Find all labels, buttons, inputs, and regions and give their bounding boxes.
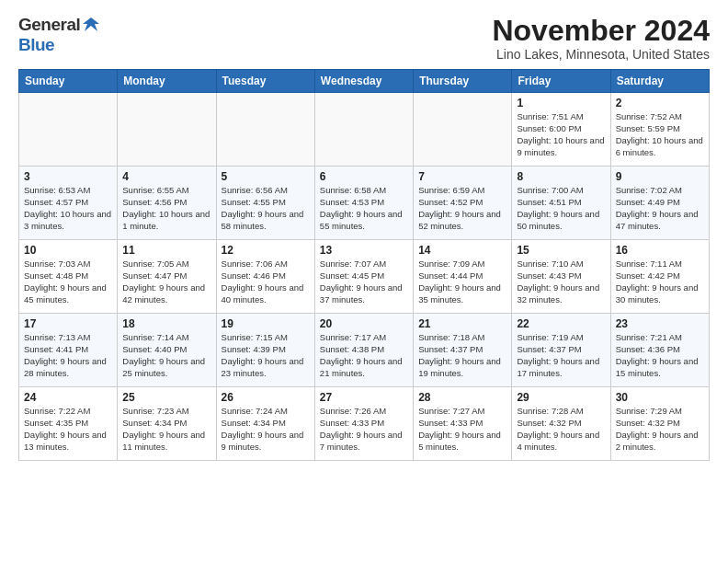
calendar-cell: 30Sunrise: 7:29 AM Sunset: 4:32 PM Dayli… xyxy=(610,387,709,461)
day-number: 18 xyxy=(122,317,210,330)
day-info: Sunrise: 7:22 AM Sunset: 4:35 PM Dayligh… xyxy=(24,406,112,453)
calendar-cell: 20Sunrise: 7:17 AM Sunset: 4:38 PM Dayli… xyxy=(314,314,413,387)
day-number: 22 xyxy=(517,317,605,330)
day-info: Sunrise: 7:09 AM Sunset: 4:44 PM Dayligh… xyxy=(418,259,506,305)
day-number: 6 xyxy=(320,170,408,183)
day-number: 29 xyxy=(517,391,605,404)
calendar-week-row: 17Sunrise: 7:13 AM Sunset: 4:41 PM Dayli… xyxy=(19,314,710,387)
calendar-cell: 7Sunrise: 6:59 AM Sunset: 4:52 PM Daylig… xyxy=(414,167,512,240)
day-info: Sunrise: 6:56 AM Sunset: 4:55 PM Dayligh… xyxy=(222,185,310,232)
calendar-cell: 24Sunrise: 7:22 AM Sunset: 4:35 PM Dayli… xyxy=(19,387,118,461)
calendar-cell: 21Sunrise: 7:18 AM Sunset: 4:37 PM Dayli… xyxy=(414,314,512,387)
calendar-week-row: 10Sunrise: 7:03 AM Sunset: 4:48 PM Dayli… xyxy=(19,240,710,314)
day-number: 14 xyxy=(418,244,506,257)
logo-blue-text: Blue xyxy=(18,35,54,54)
calendar-cell: 17Sunrise: 7:13 AM Sunset: 4:41 PM Dayli… xyxy=(19,314,118,387)
calendar-cell xyxy=(414,93,512,167)
calendar-cell: 18Sunrise: 7:14 AM Sunset: 4:40 PM Dayli… xyxy=(118,314,216,387)
calendar-week-row: 1Sunrise: 7:51 AM Sunset: 6:00 PM Daylig… xyxy=(19,93,710,167)
day-info: Sunrise: 7:18 AM Sunset: 4:37 PM Dayligh… xyxy=(418,332,506,379)
day-number: 11 xyxy=(122,244,210,257)
header: General Blue November 2024 Lino Lakes, M… xyxy=(18,15,710,62)
day-info: Sunrise: 7:23 AM Sunset: 4:34 PM Dayligh… xyxy=(122,406,210,453)
calendar-cell xyxy=(118,93,216,167)
month-title: November 2024 xyxy=(492,15,710,47)
day-info: Sunrise: 7:52 AM Sunset: 5:59 PM Dayligh… xyxy=(616,111,704,158)
day-number: 16 xyxy=(616,244,704,257)
calendar-cell: 22Sunrise: 7:19 AM Sunset: 4:37 PM Dayli… xyxy=(512,314,610,387)
calendar-cell: 11Sunrise: 7:05 AM Sunset: 4:47 PM Dayli… xyxy=(118,240,216,314)
calendar-cell xyxy=(314,93,413,167)
day-number: 30 xyxy=(616,391,704,404)
day-info: Sunrise: 7:27 AM Sunset: 4:33 PM Dayligh… xyxy=(418,406,506,453)
day-info: Sunrise: 7:07 AM Sunset: 4:45 PM Dayligh… xyxy=(320,259,408,305)
weekday-header-monday: Monday xyxy=(118,70,216,93)
calendar-cell: 5Sunrise: 6:56 AM Sunset: 4:55 PM Daylig… xyxy=(216,167,314,240)
calendar-cell: 28Sunrise: 7:27 AM Sunset: 4:33 PM Dayli… xyxy=(414,387,512,461)
day-info: Sunrise: 6:53 AM Sunset: 4:57 PM Dayligh… xyxy=(24,185,112,232)
day-info: Sunrise: 6:55 AM Sunset: 4:56 PM Dayligh… xyxy=(122,185,210,232)
day-info: Sunrise: 7:26 AM Sunset: 4:33 PM Dayligh… xyxy=(320,406,408,453)
calendar-cell: 6Sunrise: 6:58 AM Sunset: 4:53 PM Daylig… xyxy=(314,167,413,240)
title-area: November 2024 Lino Lakes, Minnesota, Uni… xyxy=(492,15,710,62)
day-number: 2 xyxy=(616,97,704,109)
calendar-cell: 1Sunrise: 7:51 AM Sunset: 6:00 PM Daylig… xyxy=(512,93,610,167)
day-number: 27 xyxy=(320,391,408,404)
day-number: 20 xyxy=(320,317,408,330)
calendar-cell: 3Sunrise: 6:53 AM Sunset: 4:57 PM Daylig… xyxy=(19,167,118,240)
day-info: Sunrise: 7:00 AM Sunset: 4:51 PM Dayligh… xyxy=(517,185,605,232)
calendar-cell: 26Sunrise: 7:24 AM Sunset: 4:34 PM Dayli… xyxy=(216,387,314,461)
day-number: 4 xyxy=(122,170,210,183)
logo-general-text: General xyxy=(18,15,80,35)
weekday-header-saturday: Saturday xyxy=(610,70,709,93)
weekday-header-sunday: Sunday xyxy=(19,70,118,93)
calendar-cell xyxy=(216,93,314,167)
calendar-cell: 29Sunrise: 7:28 AM Sunset: 4:32 PM Dayli… xyxy=(512,387,610,461)
calendar-cell: 15Sunrise: 7:10 AM Sunset: 4:43 PM Dayli… xyxy=(512,240,610,314)
day-info: Sunrise: 7:14 AM Sunset: 4:40 PM Dayligh… xyxy=(122,332,210,379)
calendar-cell: 19Sunrise: 7:15 AM Sunset: 4:39 PM Dayli… xyxy=(216,314,314,387)
day-number: 10 xyxy=(24,244,112,257)
calendar-cell: 16Sunrise: 7:11 AM Sunset: 4:42 PM Dayli… xyxy=(610,240,709,314)
day-number: 15 xyxy=(517,244,605,257)
calendar-cell: 10Sunrise: 7:03 AM Sunset: 4:48 PM Dayli… xyxy=(19,240,118,314)
day-number: 19 xyxy=(222,317,310,330)
day-info: Sunrise: 7:17 AM Sunset: 4:38 PM Dayligh… xyxy=(320,332,408,379)
day-info: Sunrise: 7:51 AM Sunset: 6:00 PM Dayligh… xyxy=(517,111,605,158)
day-info: Sunrise: 7:11 AM Sunset: 4:42 PM Dayligh… xyxy=(616,259,704,305)
day-info: Sunrise: 7:19 AM Sunset: 4:37 PM Dayligh… xyxy=(517,332,605,379)
calendar-cell: 4Sunrise: 6:55 AM Sunset: 4:56 PM Daylig… xyxy=(118,167,216,240)
day-info: Sunrise: 7:02 AM Sunset: 4:49 PM Dayligh… xyxy=(616,185,704,232)
logo: General Blue xyxy=(18,15,101,55)
day-info: Sunrise: 7:10 AM Sunset: 4:43 PM Dayligh… xyxy=(517,259,605,305)
day-info: Sunrise: 7:13 AM Sunset: 4:41 PM Dayligh… xyxy=(24,332,112,379)
weekday-header-tuesday: Tuesday xyxy=(216,70,314,93)
calendar-body: 1Sunrise: 7:51 AM Sunset: 6:00 PM Daylig… xyxy=(19,93,710,461)
calendar-week-row: 3Sunrise: 6:53 AM Sunset: 4:57 PM Daylig… xyxy=(19,167,710,240)
calendar-cell: 14Sunrise: 7:09 AM Sunset: 4:44 PM Dayli… xyxy=(414,240,512,314)
day-number: 8 xyxy=(517,170,605,183)
calendar-header: SundayMondayTuesdayWednesdayThursdayFrid… xyxy=(19,70,710,93)
calendar-cell: 8Sunrise: 7:00 AM Sunset: 4:51 PM Daylig… xyxy=(512,167,610,240)
day-number: 3 xyxy=(24,170,112,183)
location-title: Lino Lakes, Minnesota, United States xyxy=(492,47,710,62)
day-info: Sunrise: 6:58 AM Sunset: 4:53 PM Dayligh… xyxy=(320,185,408,232)
logo-bird-icon xyxy=(81,15,101,35)
day-number: 1 xyxy=(517,97,605,109)
calendar-cell: 2Sunrise: 7:52 AM Sunset: 5:59 PM Daylig… xyxy=(610,93,709,167)
day-number: 5 xyxy=(222,170,310,183)
day-info: Sunrise: 7:29 AM Sunset: 4:32 PM Dayligh… xyxy=(616,406,704,453)
day-info: Sunrise: 7:21 AM Sunset: 4:36 PM Dayligh… xyxy=(616,332,704,379)
day-info: Sunrise: 7:28 AM Sunset: 4:32 PM Dayligh… xyxy=(517,406,605,453)
weekday-header-friday: Friday xyxy=(512,70,610,93)
weekday-header-wednesday: Wednesday xyxy=(314,70,413,93)
weekday-header-thursday: Thursday xyxy=(414,70,512,93)
calendar-cell: 9Sunrise: 7:02 AM Sunset: 4:49 PM Daylig… xyxy=(610,167,709,240)
day-number: 25 xyxy=(122,391,210,404)
day-number: 9 xyxy=(616,170,704,183)
calendar-week-row: 24Sunrise: 7:22 AM Sunset: 4:35 PM Dayli… xyxy=(19,387,710,461)
day-info: Sunrise: 7:24 AM Sunset: 4:34 PM Dayligh… xyxy=(222,406,310,453)
day-number: 23 xyxy=(616,317,704,330)
calendar-cell: 25Sunrise: 7:23 AM Sunset: 4:34 PM Dayli… xyxy=(118,387,216,461)
day-number: 21 xyxy=(418,317,506,330)
